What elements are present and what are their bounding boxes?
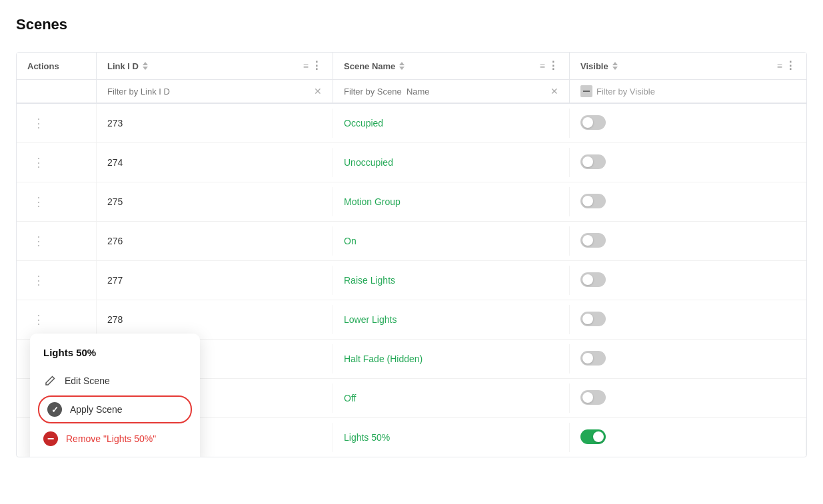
sort-visible-icon[interactable] bbox=[612, 61, 620, 71]
row-visible-281 bbox=[570, 420, 806, 455]
remove-scene-menu-item[interactable]: Remove "Lights 50%" bbox=[30, 425, 200, 453]
row-menu-icon-278[interactable]: ⋮ bbox=[27, 310, 50, 330]
row-link-id-276: 276 bbox=[97, 226, 333, 256]
table-rows: ⋮ 273 Occupied ⋮ bbox=[17, 104, 806, 457]
col-header-link-id-actions: ≡ ⋮ bbox=[303, 61, 322, 71]
filter-visible-toggle[interactable] bbox=[580, 85, 592, 97]
row-link-id-275: 275 bbox=[97, 187, 333, 216]
row-actions-277: ⋮ bbox=[17, 261, 97, 300]
clear-scene-name-icon[interactable]: ✕ bbox=[550, 86, 558, 97]
row-menu-icon-274[interactable]: ⋮ bbox=[27, 152, 50, 172]
table-row: ⋮ 275 Motion Group bbox=[17, 182, 806, 222]
row-visible-273 bbox=[570, 106, 806, 141]
scenes-table: Actions Link I D ≡ ⋮ Scene Name bbox=[16, 52, 807, 457]
toggle-276[interactable] bbox=[580, 233, 606, 248]
row-scene-name-275: Motion Group bbox=[333, 187, 570, 216]
check-circle-icon bbox=[47, 402, 62, 417]
toggle-273[interactable] bbox=[580, 115, 606, 130]
col-header-scene-name-actions: ≡ ⋮ bbox=[540, 61, 558, 71]
row-scene-name-280: Off bbox=[333, 383, 570, 413]
page-title: Scenes bbox=[16, 16, 807, 33]
dots-icon-2[interactable]: ⋮ bbox=[548, 61, 558, 71]
sort-scene-name-icon[interactable] bbox=[399, 61, 407, 71]
dots-icon[interactable]: ⋮ bbox=[311, 61, 322, 71]
row-menu-icon-273[interactable]: ⋮ bbox=[27, 113, 50, 133]
row-visible-275 bbox=[570, 184, 806, 220]
table-row: ⋮ 276 On bbox=[17, 222, 806, 261]
remove-scene-label: Remove "Lights 50%" bbox=[66, 433, 156, 444]
row-scene-name-278: Lower Lights bbox=[333, 305, 570, 334]
row-actions-274: ⋮ bbox=[17, 143, 97, 182]
row-menu-icon-275[interactable]: ⋮ bbox=[27, 192, 50, 212]
filter-row: ✕ ✕ Filter by Visible bbox=[17, 80, 806, 104]
apply-scene-label: Apply Scene bbox=[70, 404, 123, 415]
row-visible-280 bbox=[570, 381, 806, 416]
row-visible-276 bbox=[570, 224, 806, 259]
row-actions-276: ⋮ bbox=[17, 222, 97, 260]
pencil-icon bbox=[43, 374, 57, 387]
col-header-scene-name: Scene Name ≡ ⋮ bbox=[333, 53, 570, 79]
apply-scene-menu-item[interactable]: Apply Scene bbox=[38, 395, 192, 423]
table-row: ⋮ 273 Occupied bbox=[17, 104, 806, 143]
table-header: Actions Link I D ≡ ⋮ Scene Name bbox=[17, 53, 806, 80]
context-menu: Lights 50% Edit Scene Apply Scene bbox=[30, 334, 200, 457]
row-link-id-278: 278 bbox=[97, 305, 333, 334]
col-header-visible: Visible ≡ ⋮ bbox=[570, 53, 806, 79]
table-row: ⋮ 277 Raise Lights bbox=[17, 261, 806, 300]
col-header-visible-actions: ≡ ⋮ bbox=[777, 61, 796, 71]
sort-link-id-icon[interactable] bbox=[143, 61, 151, 71]
context-menu-title: Lights 50% bbox=[30, 347, 200, 368]
toggle-274[interactable] bbox=[580, 154, 606, 169]
dots-icon-3[interactable]: ⋮ bbox=[785, 61, 796, 71]
col-header-actions: Actions bbox=[17, 53, 97, 79]
row-visible-278 bbox=[570, 302, 806, 338]
row-scene-name-276: On bbox=[333, 226, 570, 256]
filter-visible-cell: Filter by Visible bbox=[570, 80, 806, 103]
row-menu-icon-277[interactable]: ⋮ bbox=[27, 270, 50, 290]
lines-icon-3[interactable]: ≡ bbox=[777, 61, 782, 71]
row-visible-277 bbox=[570, 263, 806, 298]
toggle-275[interactable] bbox=[580, 194, 606, 208]
table-row: ⋮ 281 Lights 50% Lights 50% bbox=[17, 418, 806, 457]
lines-icon-2[interactable]: ≡ bbox=[540, 61, 545, 71]
filter-scene-name-input[interactable] bbox=[344, 87, 546, 97]
lines-icon[interactable]: ≡ bbox=[303, 61, 309, 71]
remove-icon bbox=[43, 431, 58, 446]
toggle-279[interactable] bbox=[580, 351, 606, 366]
table-row: ⋮ 274 Unoccupied bbox=[17, 143, 806, 182]
row-visible-279 bbox=[570, 342, 806, 377]
filter-link-id-input[interactable] bbox=[107, 87, 310, 97]
row-scene-name-274: Unoccupied bbox=[333, 148, 570, 177]
page-container: Scenes Actions Link I D ≡ ⋮ Scene Name bbox=[0, 0, 823, 457]
row-menu-icon-276[interactable]: ⋮ bbox=[27, 231, 50, 251]
row-actions-275: ⋮ bbox=[17, 182, 97, 221]
toggle-280[interactable] bbox=[580, 390, 606, 405]
col-header-link-id: Link I D ≡ ⋮ bbox=[97, 53, 333, 79]
edit-scene-menu-item[interactable]: Edit Scene bbox=[30, 368, 200, 394]
filter-scene-name-cell: ✕ bbox=[333, 80, 570, 103]
toggle-278[interactable] bbox=[580, 312, 606, 326]
clear-link-id-icon[interactable]: ✕ bbox=[314, 86, 322, 97]
row-actions-273: ⋮ bbox=[17, 104, 97, 142]
toggle-281[interactable] bbox=[580, 429, 606, 444]
row-link-id-277: 277 bbox=[97, 266, 333, 295]
row-scene-name-273: Occupied bbox=[333, 109, 570, 138]
row-link-id-273: 273 bbox=[97, 109, 333, 138]
filter-visible-label: Filter by Visible bbox=[596, 87, 655, 97]
row-link-id-274: 274 bbox=[97, 148, 333, 177]
toggle-277[interactable] bbox=[580, 272, 606, 287]
row-scene-name-277: Raise Lights bbox=[333, 266, 570, 295]
row-visible-274 bbox=[570, 145, 806, 180]
filter-link-id-cell: ✕ bbox=[97, 80, 333, 103]
filter-actions-cell bbox=[17, 80, 97, 103]
row-scene-name-281: Lights 50% bbox=[333, 423, 570, 452]
row-scene-name-279: Halt Fade (Hidden) bbox=[333, 344, 570, 374]
edit-scene-label: Edit Scene bbox=[65, 376, 110, 386]
